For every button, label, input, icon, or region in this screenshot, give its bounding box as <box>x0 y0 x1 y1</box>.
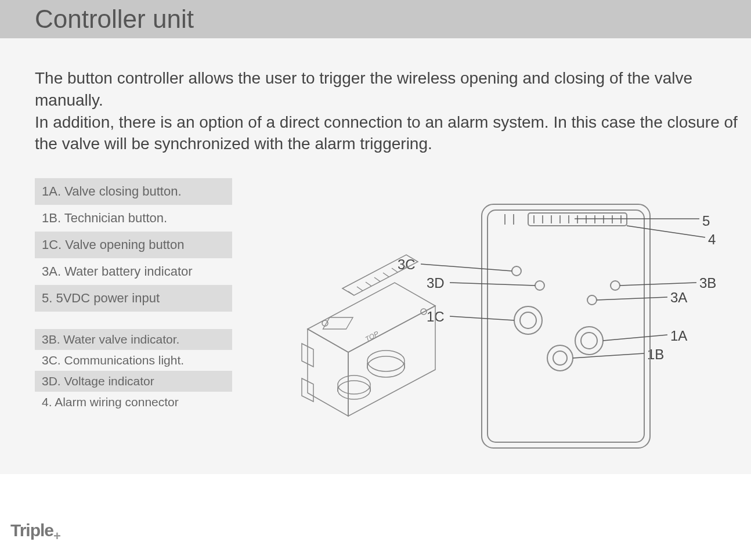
svg-line-34 <box>573 353 644 358</box>
table-row: 3C. Communications light. <box>35 350 232 371</box>
table-row: 4. Alarm wiring connector <box>35 392 232 413</box>
intro-text: The button controller allows the user to… <box>35 67 739 155</box>
brand-text: Triple <box>10 521 53 540</box>
diagram-area: 5 4 3C 3D 3B 3A 1C 1A 1B <box>267 178 739 457</box>
svg-point-17 <box>535 281 544 290</box>
svg-rect-48 <box>323 317 353 329</box>
svg-line-41 <box>366 282 371 286</box>
svg-marker-36 <box>308 329 348 416</box>
table-row: 1B. Technician button. <box>35 205 232 232</box>
svg-marker-35 <box>308 283 435 352</box>
svg-line-31 <box>597 297 667 300</box>
svg-marker-37 <box>348 306 435 416</box>
table-row: 3A. Water battery indicator <box>35 258 232 285</box>
svg-line-30 <box>620 283 696 286</box>
svg-rect-1 <box>488 210 644 442</box>
svg-rect-0 <box>482 204 650 448</box>
svg-point-22 <box>575 327 603 355</box>
table-row: 3B. Water valve indicator. <box>35 329 232 350</box>
svg-text:TOP: TOP <box>364 330 380 344</box>
svg-point-18 <box>587 295 597 305</box>
svg-line-39 <box>348 291 354 295</box>
svg-point-16 <box>512 266 521 276</box>
legend-table-1: 1A. Valve closing button. 1B. Technician… <box>35 178 232 312</box>
controller-diagram: TOP <box>267 178 743 457</box>
legend-table-2: 3B. Water valve indicator. 3C. Communica… <box>35 329 232 413</box>
svg-line-33 <box>603 335 667 341</box>
svg-point-50 <box>367 351 405 371</box>
svg-line-29 <box>450 283 535 286</box>
brand-logo: Triple+ <box>10 521 60 544</box>
svg-point-53 <box>338 381 370 399</box>
svg-point-19 <box>611 281 620 290</box>
table-row: 3D. Voltage indicator <box>35 371 232 392</box>
svg-point-23 <box>581 333 597 349</box>
svg-line-28 <box>421 264 512 271</box>
table-row: 1C. Valve opening button <box>35 232 232 258</box>
tables-column: 1A. Valve closing button. 1B. Technician… <box>35 178 232 413</box>
svg-point-54 <box>338 375 370 394</box>
table-row: 5. 5VDC power input <box>35 285 232 312</box>
lower-section: 1A. Valve closing button. 1B. Technician… <box>35 178 739 457</box>
svg-line-42 <box>374 277 380 281</box>
page-title: Controller unit <box>0 0 751 38</box>
svg-line-44 <box>392 268 398 272</box>
svg-point-24 <box>547 345 573 371</box>
svg-point-49 <box>367 356 405 377</box>
svg-line-40 <box>357 287 363 291</box>
svg-line-43 <box>383 273 389 277</box>
content-block: The button controller allows the user to… <box>0 38 751 474</box>
svg-line-27 <box>627 226 705 237</box>
table-row: 1A. Valve closing button. <box>35 178 232 205</box>
svg-point-21 <box>520 312 536 328</box>
brand-plus: + <box>53 529 60 543</box>
svg-point-25 <box>553 351 567 365</box>
svg-point-20 <box>514 306 542 334</box>
svg-line-45 <box>400 263 406 268</box>
